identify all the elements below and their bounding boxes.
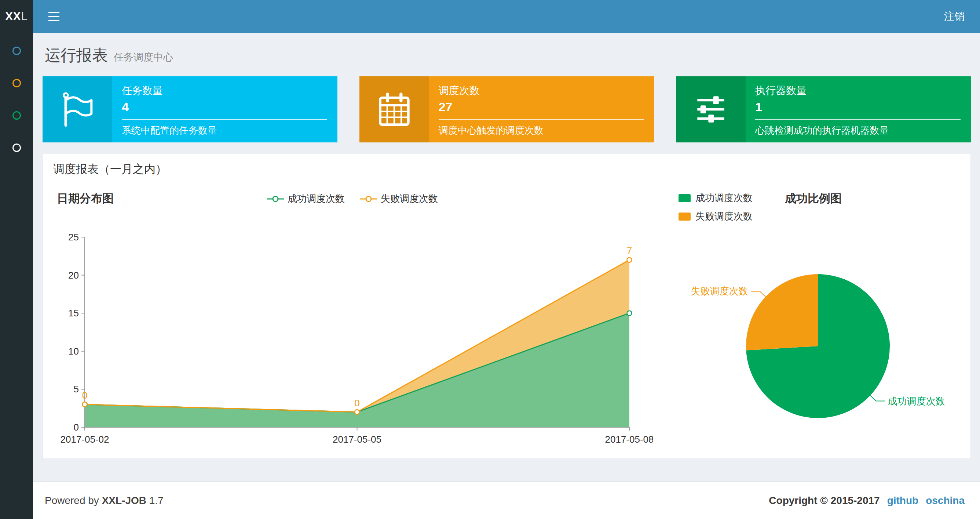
svg-text:0: 0	[74, 422, 79, 433]
product-version: 1.7	[149, 495, 164, 506]
legend-label: 失败调度次数	[381, 192, 438, 205]
page-header: 运行报表任务调度中心	[45, 45, 173, 66]
info-box-value: 1	[755, 100, 961, 114]
circle-o-icon	[13, 144, 21, 152]
svg-text:2017-05-05: 2017-05-05	[332, 434, 382, 445]
circle-o-icon	[13, 46, 21, 55]
legend-label: 成功调度次数	[288, 192, 345, 205]
svg-text:10: 10	[68, 346, 79, 357]
svg-text:成功调度次数: 成功调度次数	[888, 396, 945, 407]
app-logo-text-bold: XX	[5, 10, 21, 23]
sidebar-item-3[interactable]	[0, 99, 33, 131]
sidebar-menu	[0, 33, 33, 519]
info-box-description: 系统中配置的任务数量	[122, 124, 327, 137]
oschina-link[interactable]: oschina	[926, 495, 965, 506]
line-chart-legend: 成功调度次数失败调度次数	[52, 192, 653, 205]
info-box-icon-area	[676, 76, 746, 142]
logout-link[interactable]: 注销	[944, 10, 965, 24]
page-footer: Powered by XXL-JOB 1.7 Copyright © 2015-…	[33, 482, 980, 519]
legend-swatch-icon	[679, 212, 690, 220]
svg-text:20: 20	[68, 270, 79, 281]
sidebar-item-2[interactable]	[0, 67, 33, 99]
info-box-body: 调度次数 27 调度中心触发的调度次数	[429, 76, 654, 142]
hamburger-icon	[48, 12, 59, 13]
app-logo-text-light: L	[21, 10, 28, 23]
info-box-executors: 执行器数量 1 心跳检测成功的执行器机器数量	[676, 76, 971, 142]
info-box-value: 27	[439, 100, 644, 114]
copyright-text: Copyright © 2015-2017	[769, 495, 880, 506]
app-logo[interactable]: XXL	[0, 0, 33, 33]
sliders-icon	[692, 91, 729, 128]
svg-text:2017-05-08: 2017-05-08	[605, 434, 654, 445]
powered-by-text: Powered by XXL-JOB 1.7	[45, 495, 164, 506]
product-name: XXL-JOB	[102, 495, 146, 506]
top-navbar: XXL 注销	[0, 0, 980, 33]
svg-text:5: 5	[74, 383, 79, 394]
pie-chart-legend: 成功调度次数失败调度次数	[679, 192, 752, 223]
svg-text:7: 7	[627, 245, 632, 256]
info-box-body: 任务数量 4 系统中配置的任务数量	[112, 76, 337, 142]
legend-swatch-icon	[679, 194, 690, 202]
circle-o-icon	[13, 79, 21, 87]
svg-text:2017-05-02: 2017-05-02	[60, 434, 109, 445]
legend-label: 成功调度次数	[695, 192, 752, 204]
sidebar-toggle-button[interactable]	[46, 8, 62, 25]
pie-legend-item-2[interactable]: 失败调度次数	[679, 210, 752, 223]
info-box-icon-area	[43, 76, 112, 142]
divider	[439, 119, 644, 120]
info-box-label: 调度次数	[439, 84, 644, 97]
summary-boxes: 任务数量 4 系统中配置的任务数量 调度次数 27 调度中心触发的调	[43, 76, 971, 142]
svg-text:15: 15	[68, 308, 79, 319]
report-panel: 调度报表（一月之内） 日期分布图 成功调度次数失败调度次数 0510152025…	[43, 154, 971, 459]
info-box-jobs: 任务数量 4 系统中配置的任务数量	[43, 76, 337, 142]
page-subtitle: 任务调度中心	[114, 52, 173, 63]
calendar-icon	[376, 91, 413, 128]
pie-chart-title: 成功比例图	[785, 191, 842, 206]
legend-label: 失败调度次数	[695, 210, 752, 223]
divider	[122, 119, 327, 120]
sidebar-item-1[interactable]	[0, 35, 33, 67]
svg-text:0: 0	[82, 390, 87, 401]
legend-item-1[interactable]: 成功调度次数	[267, 192, 345, 205]
svg-text:0: 0	[354, 398, 360, 409]
info-box-triggers: 调度次数 27 调度中心触发的调度次数	[360, 76, 654, 142]
svg-text:失败调度次数: 失败调度次数	[690, 286, 748, 297]
page-title: 运行报表	[45, 46, 108, 64]
info-box-body: 执行器数量 1 心跳检测成功的执行器机器数量	[746, 76, 971, 142]
legend-line-marker-icon	[360, 195, 377, 203]
info-box-value: 4	[122, 100, 327, 114]
info-box-description: 心跳检测成功的执行器机器数量	[755, 124, 961, 137]
navbar-body: 注销	[33, 0, 980, 33]
panel-title: 调度报表（一月之内）	[53, 161, 167, 177]
divider	[755, 119, 961, 120]
info-box-label: 执行器数量	[755, 84, 961, 97]
copyright-area: Copyright © 2015-2017 github oschina	[769, 495, 965, 506]
circle-o-icon	[13, 111, 21, 120]
pie-legend-item-1[interactable]: 成功调度次数	[679, 192, 752, 204]
svg-text:25: 25	[68, 232, 79, 243]
legend-item-2[interactable]: 失败调度次数	[360, 192, 438, 205]
info-box-description: 调度中心触发的调度次数	[439, 124, 644, 137]
date-distribution-plot: 05101520252017-05-022017-05-052017-05-08…	[52, 220, 653, 459]
legend-line-marker-icon	[267, 195, 284, 203]
info-box-icon-area	[360, 76, 429, 142]
github-link[interactable]: github	[887, 495, 919, 506]
flag-icon	[59, 91, 96, 128]
success-ratio-pie-plot: 成功调度次数失败调度次数	[682, 257, 976, 433]
info-box-label: 任务数量	[122, 84, 327, 97]
sidebar-item-4[interactable]	[0, 131, 33, 164]
